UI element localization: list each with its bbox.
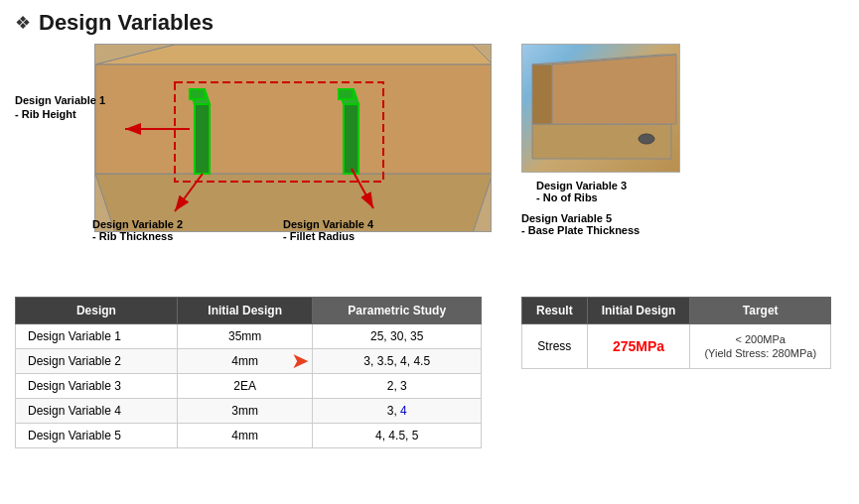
page-container: ❖ Design Variables Design Variable 1 - R… [0, 0, 859, 504]
table-row: Design Variable 5 4mm 4, 4.5, 5 [16, 424, 482, 448]
dv3-label: Design Variable 3 - No of Ribs [536, 180, 680, 203]
initial-cell: 3mm [177, 399, 313, 424]
page-title: Design Variables [39, 10, 214, 36]
design-cell: Design Variable 3 [16, 374, 178, 399]
design-cell: Design Variable 4 [16, 399, 178, 424]
table-row: Design Variable 4 3mm 3, 4 [16, 399, 482, 424]
result-row: Stress 275MPa < 200MPa(Yield Stress: 280… [522, 324, 831, 369]
side-diagram [521, 44, 680, 173]
parametric-value: 3, 3.5, 4, 4.5 [363, 354, 430, 368]
svg-point-22 [639, 134, 654, 144]
table-row: Design Variable 1 35mm 25, 30, 35 [16, 324, 482, 349]
table-row: Design Variable 2 4mm ➤ 3, 3.5, 4, 4.5 [16, 349, 482, 374]
svg-marker-7 [344, 104, 358, 174]
dv2-label: Design Variable 2 - Rib Thickness [92, 218, 183, 242]
parametric-cell: ➤ 3, 3.5, 4, 4.5 [313, 349, 482, 374]
design-cell: Design Variable 5 [16, 424, 178, 448]
stress-value: 275MPa [587, 324, 690, 369]
target-value: < 200MPa(Yield Stress: 280MPa) [690, 324, 831, 369]
result-label: Stress [522, 324, 588, 369]
svg-marker-6 [190, 89, 205, 99]
initial-cell: 35mm [177, 324, 313, 349]
red-arrow-icon: ➤ [291, 348, 309, 374]
table-row: Design Variable 3 2EA 2, 3 [16, 374, 482, 399]
title-row: ❖ Design Variables [15, 10, 844, 36]
parametric-cell: 4, 4.5, 5 [313, 424, 482, 448]
result-table: Result Initial Design Target Stress 275M… [521, 297, 831, 369]
parametric-cell: 25, 30, 35 [313, 324, 482, 349]
design-cell: Design Variable 2 [16, 349, 178, 374]
svg-marker-21 [552, 55, 676, 124]
initial-cell: 4mm [177, 424, 313, 448]
svg-marker-3 [95, 64, 492, 174]
parametric-study-col-header: Parametric Study [313, 298, 482, 324]
result-initial-col-header: Initial Design [587, 298, 690, 324]
result-col-header: Result [522, 298, 588, 324]
parametric-cell: 2, 3 [313, 374, 482, 399]
svg-marker-16 [532, 64, 552, 124]
title-diamond-icon: ❖ [15, 12, 31, 34]
dv4-label: Design Variable 4 - Fillet Radius [283, 218, 373, 242]
parametric-cell: 3, 4 [313, 399, 482, 424]
svg-marker-4 [195, 104, 210, 174]
design-variables-table: Design Initial Design Parametric Study D… [15, 297, 482, 448]
initial-cell: 2EA [177, 374, 313, 399]
dv5-label: Design Variable 5 - Base Plate Thickness [521, 212, 680, 236]
tables-section: Design Initial Design Parametric Study D… [15, 297, 844, 448]
result-target-col-header: Target [690, 298, 831, 324]
main-content: Design Variable 1 - Rib Height [15, 44, 844, 448]
initial-design-col-header: Initial Design [177, 298, 313, 324]
highlighted-value: 4 [400, 404, 407, 418]
design-cell: Design Variable 1 [16, 324, 178, 349]
svg-marker-9 [339, 89, 354, 99]
svg-marker-2 [95, 45, 492, 64]
dv1-label: Design Variable 1 - Rib Height [15, 93, 105, 122]
design-col-header: Design [16, 298, 178, 324]
main-diagram [94, 44, 492, 232]
